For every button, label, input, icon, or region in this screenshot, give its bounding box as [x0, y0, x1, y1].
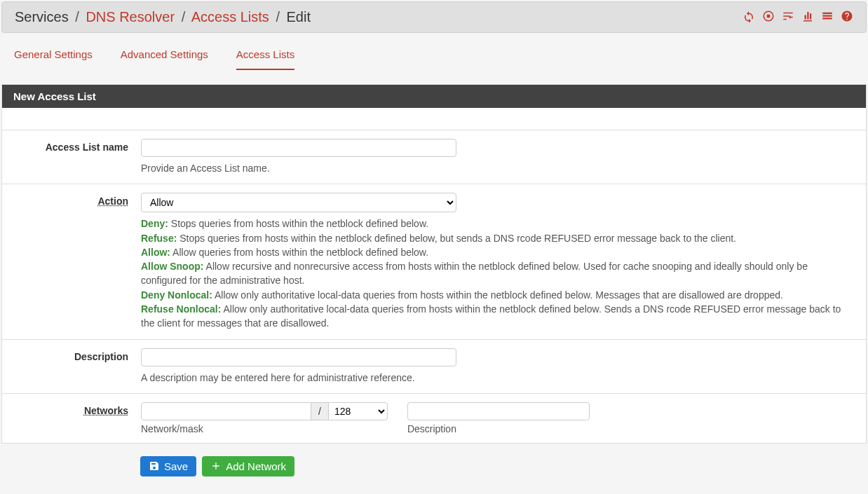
- save-button[interactable]: Save: [140, 456, 196, 476]
- description-input[interactable]: [141, 348, 456, 366]
- chart-icon[interactable]: [801, 10, 814, 25]
- breadcrumb-separator: /: [72, 9, 82, 25]
- label-description: Description: [15, 348, 141, 385]
- tab-advanced-settings[interactable]: Advanced Settings: [121, 48, 208, 70]
- stop-circle-icon[interactable]: [762, 10, 775, 25]
- save-button-label: Save: [164, 460, 188, 472]
- network-description-input[interactable]: [407, 402, 590, 420]
- save-icon: [149, 460, 160, 472]
- sublabel-network-description: Description: [407, 423, 590, 434]
- row-networks: Networks / 128 Network/mask: [2, 394, 866, 443]
- plus-icon: [210, 460, 222, 472]
- row-access-list-name: Access List name Provide an Access List …: [2, 130, 866, 184]
- kw-allow: Allow:: [141, 247, 170, 258]
- kw-refuse: Refuse:: [141, 233, 177, 244]
- button-row: Save Add Network: [0, 445, 868, 488]
- kw-deny: Deny:: [141, 218, 168, 229]
- panel-spacer: [2, 108, 866, 130]
- breadcrumb-root: Services: [15, 9, 69, 25]
- kw-refuse-nonlocal: Refuse Nonlocal:: [141, 303, 221, 315]
- row-description: Description A description may be entered…: [2, 340, 866, 394]
- label-networks: Networks: [15, 402, 141, 434]
- mask-select[interactable]: 128: [328, 402, 388, 420]
- row-action: Action Allow Deny: Stops queries from ho…: [2, 184, 866, 339]
- tab-bar: General Settings Advanced Settings Acces…: [0, 34, 868, 70]
- access-list-name-input[interactable]: [141, 139, 456, 157]
- help-action: Deny: Stops queries from hosts within th…: [141, 217, 853, 330]
- help-access-list-name: Provide an Access List name.: [141, 161, 853, 175]
- breadcrumb-separator: /: [273, 9, 283, 25]
- help-icon[interactable]: [841, 10, 853, 25]
- breadcrumb: Services / DNS Resolver / Access Lists /…: [15, 9, 311, 25]
- access-list-panel: New Access List Access List name Provide…: [1, 84, 867, 444]
- breadcrumb-dns-resolver[interactable]: DNS Resolver: [86, 9, 175, 25]
- header-action-icons: [742, 10, 853, 25]
- breadcrumb-access-lists[interactable]: Access Lists: [191, 9, 269, 25]
- action-select[interactable]: Allow: [141, 193, 456, 212]
- mask-separator: /: [311, 402, 328, 420]
- add-network-button-label: Add Network: [226, 460, 286, 472]
- label-access-list-name: Access List name: [15, 139, 141, 175]
- network-input[interactable]: [141, 402, 311, 420]
- page-header: Services / DNS Resolver / Access Lists /…: [1, 1, 867, 33]
- kw-allow-snoop: Allow Snoop:: [141, 261, 203, 272]
- tab-access-lists[interactable]: Access Lists: [236, 48, 294, 70]
- refresh-icon[interactable]: [742, 10, 755, 25]
- log-icon[interactable]: [821, 10, 834, 25]
- network-input-group: / 128: [141, 402, 388, 420]
- add-network-button[interactable]: Add Network: [202, 456, 294, 476]
- help-description: A description may be entered here for ad…: [141, 371, 853, 385]
- breadcrumb-current: Edit: [287, 9, 311, 25]
- breadcrumb-separator: /: [179, 9, 189, 25]
- kw-deny-nonlocal: Deny Nonlocal:: [141, 289, 212, 301]
- sliders-icon[interactable]: [782, 10, 794, 25]
- panel-title: New Access List: [2, 85, 866, 108]
- sublabel-network-mask: Network/mask: [141, 423, 388, 434]
- tab-general-settings[interactable]: General Settings: [14, 48, 93, 70]
- label-action: Action: [15, 193, 141, 330]
